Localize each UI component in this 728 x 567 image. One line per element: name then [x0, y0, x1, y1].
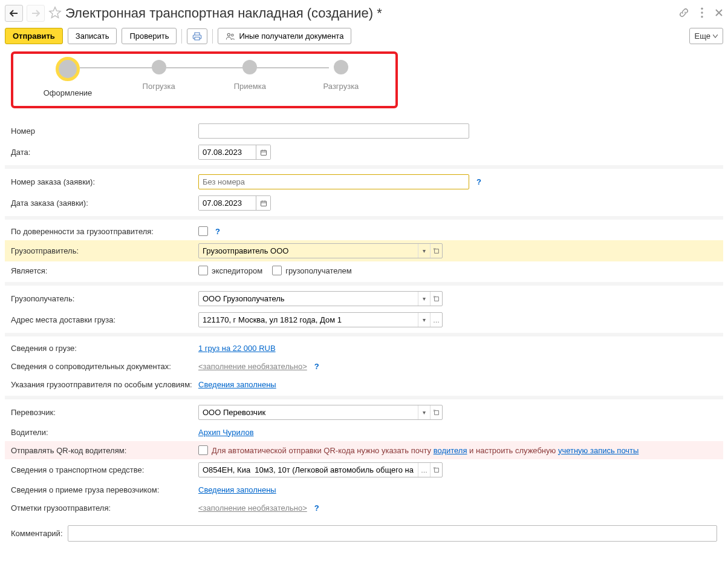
open-button[interactable]	[430, 463, 442, 477]
step-razgruzka[interactable]: Разгрузка	[299, 60, 383, 91]
more-label: Еще	[695, 31, 710, 41]
qr-text-prefix: Для автоматической отправки QR-кода нужн…	[212, 446, 434, 455]
shipper-notes-link[interactable]: Сведения заполнены	[198, 380, 276, 389]
number-label: Номер	[5, 126, 198, 136]
order-number-label: Номер заказа (заявки):	[5, 177, 198, 186]
qr-label: Отправлять QR-код водителям:	[5, 446, 198, 455]
is-label: Является:	[5, 266, 198, 275]
open-button[interactable]	[430, 292, 442, 306]
shipper-marks-link[interactable]: <заполнение необязательно>	[198, 503, 307, 513]
consignee-label: Грузополучатель:	[5, 294, 198, 303]
qr-driver-link[interactable]: водителя	[434, 446, 467, 455]
svg-point-1	[701, 11, 703, 13]
help-button[interactable]: ?	[314, 362, 319, 371]
docs-optional-link[interactable]: <заполнение необязательно>	[198, 362, 307, 371]
favorite-star-icon[interactable]	[48, 6, 62, 21]
drivers-label: Водители:	[5, 428, 198, 437]
divider	[5, 282, 723, 286]
close-icon[interactable]	[715, 8, 723, 19]
vehicle-select[interactable]: …	[198, 462, 443, 477]
calendar-icon	[260, 200, 267, 207]
open-button[interactable]	[430, 244, 442, 258]
help-button[interactable]: ?	[314, 503, 319, 513]
cargo-info-link[interactable]: 1 груз на 22 000 RUB	[198, 344, 276, 353]
acceptance-link[interactable]: Сведения заполнены	[198, 485, 276, 494]
comment-input[interactable]	[68, 525, 718, 542]
vehicle-input[interactable]	[199, 463, 418, 477]
open-external-icon	[434, 410, 440, 416]
svg-point-2	[701, 16, 703, 18]
other-recipients-label: Иные получатели документа	[239, 31, 343, 41]
shipper-marks-label: Отметки грузоотправителя:	[5, 503, 198, 513]
calendar-button[interactable]	[256, 145, 270, 159]
more-options-button[interactable]: …	[418, 463, 430, 477]
nav-back-button[interactable]	[5, 5, 23, 22]
help-button[interactable]: ?	[476, 177, 481, 186]
number-input[interactable]	[198, 123, 469, 139]
step-pogruzka[interactable]: Погрузка	[117, 60, 201, 91]
arrow-left-icon	[10, 10, 18, 17]
kebab-menu-icon[interactable]	[698, 7, 706, 20]
help-button[interactable]: ?	[215, 227, 220, 236]
step-circle-icon	[334, 60, 348, 74]
step-label: Погрузка	[143, 82, 175, 91]
proxy-label: По доверенности за грузоотправителя:	[5, 227, 198, 236]
print-button[interactable]	[187, 28, 207, 44]
drivers-link[interactable]: Архип Чурилов	[198, 428, 254, 437]
page-title: Электронная транспортная накладная (созд…	[65, 5, 670, 21]
open-button[interactable]	[430, 405, 442, 419]
link-icon[interactable]	[678, 7, 689, 20]
date-field[interactable]	[198, 145, 271, 160]
separator	[212, 29, 213, 44]
open-external-icon	[434, 296, 440, 302]
shipper-select[interactable]: ▾	[198, 243, 443, 258]
step-label: Оформление	[44, 88, 93, 97]
svg-rect-10	[434, 468, 438, 472]
write-button[interactable]: Записать	[68, 28, 117, 44]
expeditor-checkbox[interactable]	[198, 266, 208, 275]
svg-rect-6	[261, 201, 266, 206]
delivery-addr-input[interactable]	[199, 313, 418, 327]
order-number-input[interactable]	[198, 174, 469, 189]
divider	[5, 333, 723, 336]
consignee-select[interactable]: ▾	[198, 291, 443, 306]
more-options-button[interactable]: …	[430, 313, 442, 327]
dropdown-button[interactable]: ▾	[418, 313, 430, 327]
carrier-input[interactable]	[199, 405, 418, 419]
consignee-role-checkbox[interactable]	[272, 266, 282, 275]
check-button[interactable]: Проверить	[122, 28, 177, 44]
step-circle-icon	[152, 60, 166, 74]
order-date-field[interactable]	[198, 195, 271, 211]
svg-point-0	[701, 7, 703, 9]
dropdown-button[interactable]: ▾	[418, 244, 430, 258]
send-button[interactable]: Отправить	[5, 28, 63, 44]
step-circle-icon	[242, 60, 257, 74]
order-date-input[interactable]	[199, 196, 256, 210]
svg-rect-8	[434, 297, 438, 301]
dropdown-button[interactable]: ▾	[418, 292, 430, 306]
proxy-checkbox[interactable]	[198, 226, 208, 236]
shipper-input[interactable]	[199, 244, 418, 258]
dropdown-button[interactable]: ▾	[418, 405, 430, 419]
date-input[interactable]	[199, 145, 256, 159]
open-external-icon	[434, 467, 440, 473]
chevron-down-icon	[713, 34, 718, 38]
qr-account-link[interactable]: учетную запись почты	[558, 446, 639, 455]
acceptance-label: Сведения о приеме груза перевозчиком:	[5, 485, 198, 494]
qr-text-mid: и настроить служебную	[467, 446, 557, 455]
delivery-addr-select[interactable]: ▾ …	[198, 312, 443, 327]
consignee-input[interactable]	[199, 292, 418, 306]
other-recipients-button[interactable]: Иные получатели документа	[218, 28, 351, 44]
svg-point-4	[232, 34, 233, 36]
step-priemka[interactable]: Приемка	[207, 60, 292, 91]
qr-checkbox[interactable]	[198, 445, 208, 455]
calendar-button[interactable]	[256, 196, 270, 210]
people-icon	[226, 32, 235, 41]
carrier-select[interactable]: ▾	[198, 405, 443, 420]
more-button[interactable]: Еще	[689, 28, 723, 44]
step-oformlenie[interactable]: Оформление	[25, 60, 110, 97]
open-external-icon	[434, 248, 440, 254]
divider	[5, 165, 723, 169]
step-circle-icon	[56, 57, 80, 81]
svg-rect-5	[261, 150, 266, 155]
